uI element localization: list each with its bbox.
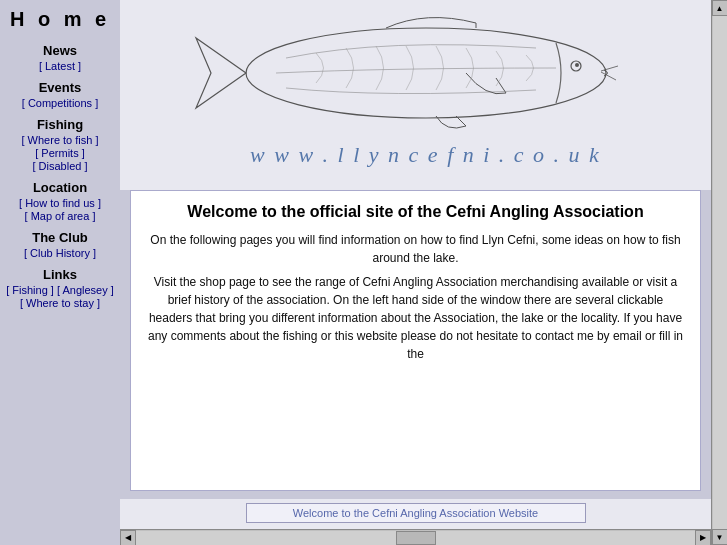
- vertical-scroll-track[interactable]: [713, 16, 727, 529]
- sidebar-section-events: Events: [4, 80, 116, 95]
- sidebar-link-disabled[interactable]: [ Disabled ]: [4, 160, 116, 172]
- scroll-up-button[interactable]: ▲: [712, 0, 728, 16]
- main-content-area: w w w . l l y n c e f n i . c o . u k We…: [120, 0, 711, 545]
- sidebar-link-club-history[interactable]: [ Club History ]: [4, 247, 116, 259]
- sidebar-link-where-to-fish[interactable]: [ Where to fish ]: [4, 134, 116, 146]
- sidebar-section-fishing: Fishing: [4, 117, 116, 132]
- scroll-left-button[interactable]: ◀: [120, 530, 136, 546]
- sidebar-link-where-to-stay[interactable]: [ Where to stay ]: [4, 297, 116, 309]
- website-url-text: w w w . l l y n c e f n i . c o . u k: [250, 142, 601, 168]
- scroll-down-button[interactable]: ▼: [712, 529, 728, 545]
- svg-line-4: [601, 66, 618, 71]
- horizontal-scroll-track[interactable]: [136, 531, 695, 545]
- sidebar-link-latest[interactable]: [ Latest ]: [4, 60, 116, 72]
- horizontal-scroll-thumb[interactable]: [396, 531, 436, 545]
- welcome-title: Welcome to the official site of the Cefn…: [145, 203, 686, 221]
- sidebar-link-fishing-anglesey[interactable]: [ Fishing ] [ Anglesey ]: [4, 284, 116, 296]
- banner-area: w w w . l l y n c e f n i . c o . u k: [120, 0, 711, 190]
- sidebar-link-map-of-area[interactable]: [ Map of area ]: [4, 210, 116, 222]
- svg-line-3: [601, 72, 616, 80]
- sidebar-link-how-to-find-us[interactable]: [ How to find us ]: [4, 197, 116, 209]
- vertical-scrollbar: ▲ ▼: [711, 0, 727, 545]
- sidebar-section-news: News: [4, 43, 116, 58]
- sidebar-section-location: Location: [4, 180, 116, 195]
- status-bar-container: Welcome to the Cefni Angling Association…: [120, 499, 711, 529]
- fish-illustration: [186, 8, 666, 138]
- sidebar-home-heading: H o m e: [4, 8, 116, 31]
- sidebar-section-links: Links: [4, 267, 116, 282]
- sidebar-link-permits[interactable]: [ Permits ]: [4, 147, 116, 159]
- welcome-text-2: Visit the shop page to see the range of …: [145, 273, 686, 363]
- sidebar-link-competitions[interactable]: [ Competitions ]: [4, 97, 116, 109]
- sidebar: H o m e News [ Latest ] Events [ Competi…: [0, 0, 120, 545]
- bottom-scrollbar: ◀ ▶: [120, 529, 711, 545]
- svg-point-0: [246, 28, 606, 118]
- svg-point-2: [575, 63, 579, 67]
- content-body: Welcome to the official site of the Cefn…: [130, 190, 701, 491]
- welcome-text-1: On the following pages you will find inf…: [145, 231, 686, 267]
- app-window: H o m e News [ Latest ] Events [ Competi…: [0, 0, 727, 545]
- scroll-right-button[interactable]: ▶: [695, 530, 711, 546]
- fish-image-area: w w w . l l y n c e f n i . c o . u k: [130, 8, 701, 168]
- status-bar: Welcome to the Cefni Angling Association…: [246, 503, 586, 523]
- sidebar-section-the-club: The Club: [4, 230, 116, 245]
